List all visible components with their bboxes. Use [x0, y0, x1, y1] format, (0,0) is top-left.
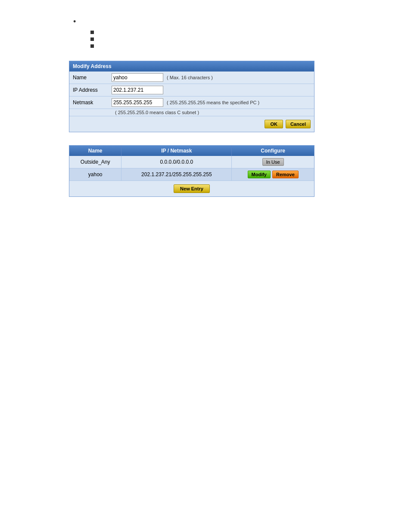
modify-address-buttons: OK Cancel [69, 116, 314, 132]
square-bullet-icon [90, 37, 94, 41]
table-row: Outside_Any 0.0.0.0/0.0.0.0 In Use [69, 156, 314, 168]
address-table-panel: Name IP / Netmask Configure Outside_Any … [69, 145, 314, 197]
ip-address-label: IP Address [73, 87, 112, 93]
in-use-button: In Use [262, 158, 284, 166]
modify-address-title: Modify Address [69, 61, 314, 72]
page-content: • Modify Address Name ( Max. 16 characte… [0, 0, 411, 197]
netmask-hint1: ( 255.255.255.255 means the specified PC… [167, 100, 259, 105]
row1-ip-netmask: 0.0.0.0/0.0.0.0 [121, 156, 232, 168]
name-hint: ( Max. 16 characters ) [167, 75, 213, 80]
cancel-button[interactable]: Cancel [286, 120, 311, 128]
row1-configure-cell: In Use [235, 158, 311, 166]
netmask-hint2-row: ( 255.255.255.0 means class C subnet ) [69, 109, 314, 116]
modify-address-body: Name ( Max. 16 characters ) IP Address N… [69, 72, 314, 132]
netmask-hint2: ( 255.255.255.0 means class C subnet ) [115, 110, 199, 115]
sub-bullet-1 [90, 31, 411, 34]
row1-name: Outside_Any [69, 156, 121, 168]
ip-address-row: IP Address [69, 84, 314, 96]
name-row: Name ( Max. 16 characters ) [69, 72, 314, 84]
netmask-row: Netmask ( 255.255.255.255 means the spec… [69, 96, 314, 109]
row2-configure-cell: Modify Remove [235, 171, 311, 178]
bullet-section: • [69, 17, 411, 48]
remove-button[interactable]: Remove [272, 171, 299, 178]
table-header-row: Name IP / Netmask Configure [69, 146, 314, 156]
col-ip-netmask-header: IP / Netmask [121, 146, 232, 156]
square-bullet-icon [90, 44, 94, 48]
name-input[interactable] [112, 73, 163, 82]
row1-configure: In Use [232, 156, 314, 168]
table-row: yahoo 202.1.237.21/255.255.255.255 Modif… [69, 168, 314, 181]
col-configure-header: Configure [232, 146, 314, 156]
name-label: Name [73, 75, 112, 81]
table-footer: New Entry [69, 180, 314, 196]
netmask-label: Netmask [73, 100, 112, 106]
sub-bullets [90, 31, 411, 48]
ip-address-input[interactable] [112, 86, 163, 94]
main-bullet: • [73, 17, 411, 26]
row2-name: yahoo [69, 168, 121, 181]
square-bullet-icon [90, 31, 94, 34]
row2-configure: Modify Remove [232, 168, 314, 181]
modify-address-panel: Modify Address Name ( Max. 16 characters… [69, 61, 314, 132]
modify-button[interactable]: Modify [248, 171, 271, 178]
sub-bullet-3 [90, 44, 411, 48]
address-table: Name IP / Netmask Configure Outside_Any … [69, 146, 314, 180]
new-entry-button[interactable]: New Entry [174, 184, 210, 193]
sub-bullet-2 [90, 37, 411, 41]
ok-button[interactable]: OK [265, 120, 283, 128]
col-name-header: Name [69, 146, 121, 156]
row2-ip-netmask: 202.1.237.21/255.255.255.255 [121, 168, 232, 181]
netmask-input[interactable] [112, 98, 163, 107]
